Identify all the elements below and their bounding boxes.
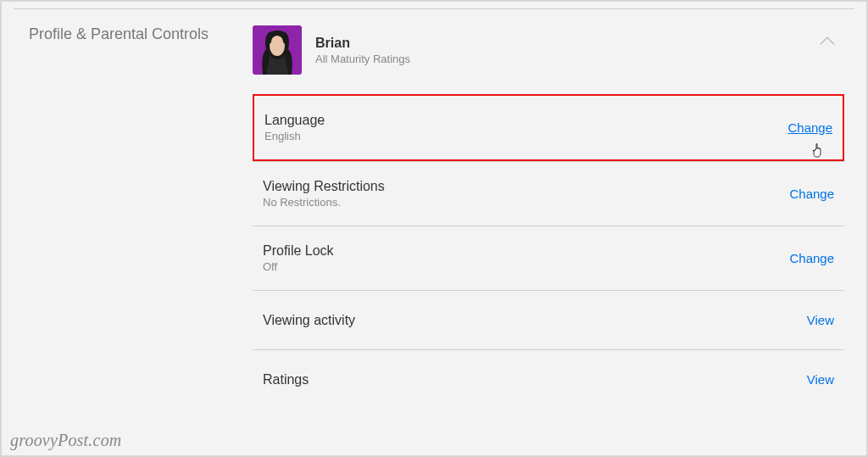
setting-row-viewing-restrictions: Viewing Restrictions No Restrictions. Ch… — [253, 161, 844, 226]
view-ratings-link[interactable]: View — [807, 372, 834, 387]
setting-row-language: Language English Change — [253, 94, 844, 161]
setting-row-viewing-activity: Viewing activity View — [253, 290, 844, 349]
section-title: Profile & Parental Controls — [29, 25, 209, 43]
avatar — [253, 25, 302, 75]
setting-sub-lock: Off — [263, 260, 334, 273]
setting-sub-restrictions: No Restrictions. — [263, 196, 385, 209]
setting-row-profile-lock: Profile Lock Off Change — [253, 226, 844, 290]
setting-row-ratings: Ratings View — [253, 349, 844, 409]
profile-settings-panel: Brian All Maturity Ratings Language Engl… — [253, 19, 844, 409]
setting-title-language: Language — [264, 113, 325, 128]
setting-title-lock: Profile Lock — [263, 243, 334, 259]
profile-info: Brian All Maturity Ratings — [315, 36, 410, 65]
setting-title-ratings: Ratings — [263, 372, 309, 387]
profile-name: Brian — [315, 36, 410, 51]
setting-title-restrictions: Viewing Restrictions — [263, 179, 385, 194]
change-language-link[interactable]: Change — [787, 120, 832, 135]
collapse-button[interactable] — [817, 32, 837, 53]
chevron-up-icon — [821, 37, 835, 52]
divider-top — [14, 8, 854, 9]
view-activity-link[interactable]: View — [807, 313, 834, 327]
profile-header-row[interactable]: Brian All Maturity Ratings — [253, 19, 844, 95]
setting-sub-language: English — [264, 130, 325, 142]
change-lock-link[interactable]: Change — [789, 251, 834, 265]
setting-title-activity: Viewing activity — [263, 313, 355, 328]
profile-maturity: All Maturity Ratings — [315, 53, 410, 65]
change-restrictions-link[interactable]: Change — [789, 187, 834, 201]
watermark: groovyPost.com — [10, 431, 121, 450]
